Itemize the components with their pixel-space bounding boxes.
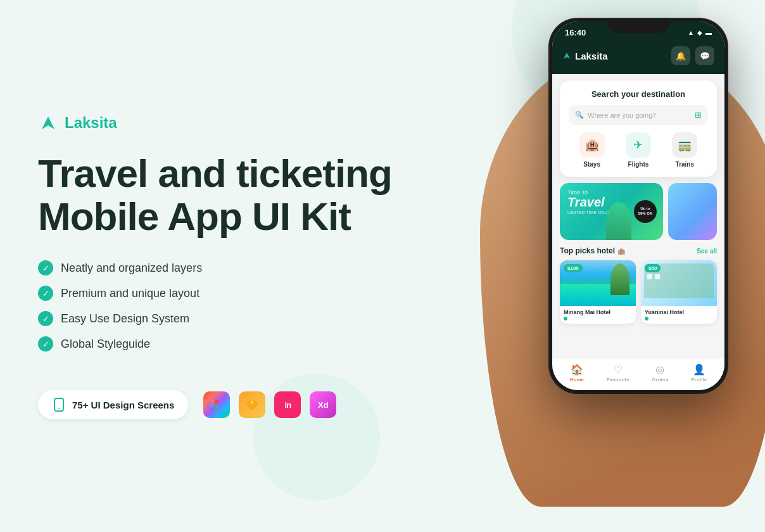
see-all-link[interactable]: See all — [697, 248, 717, 255]
phone-notch — [607, 19, 670, 33]
screens-badge: 75+ UI Design Screens — [38, 390, 188, 419]
battery-icon: ▬ — [705, 29, 712, 36]
hotels-section: Top picks hotel 🏨 See all $100 — [552, 240, 724, 324]
hotel-rating-1 — [564, 317, 632, 320]
fav-nav-icon: ♡ — [614, 364, 623, 376]
window-4 — [655, 274, 660, 279]
wifi-icon: ▲ — [688, 29, 694, 36]
stays-label: Stays — [583, 161, 600, 168]
nav-item-favourite[interactable]: ♡ Favourite — [607, 364, 629, 383]
logo-text: Laksita — [65, 114, 117, 132]
mobile-icon — [52, 398, 66, 412]
app-header: Laksita 🔔 💬 — [552, 41, 724, 74]
feature-label-1: Neatly and organized layers — [61, 262, 202, 275]
check-icon-1: ✓ — [38, 260, 53, 276]
feature-item-3: ✓ Easy Use Design System — [38, 311, 418, 326]
bottom-nav: 🏠 Home ♡ Favourite ◎ Orders 👤 Profile — [552, 358, 724, 390]
hotel-img-2: $50 — [641, 260, 717, 306]
filter-icon[interactable]: ⊞ — [695, 110, 702, 120]
banner-area: Time To Travel LIMITED TIME ONLY Up to59… — [560, 183, 717, 240]
hotel-price-1: $100 — [564, 264, 583, 272]
search-input[interactable]: Where are you going? — [588, 111, 691, 119]
tool-icons: in Xd — [203, 391, 336, 418]
stays-icon-box: 🏨 — [579, 132, 605, 158]
hotel-title-icon: 🏨 — [617, 248, 625, 255]
feature-label-4: Global Styleguide — [61, 338, 150, 351]
home-nav-icon: 🏠 — [571, 364, 583, 376]
features-list: ✓ Neatly and organized layers ✓ Premium … — [38, 260, 418, 362]
feature-item-4: ✓ Global Styleguide — [38, 336, 418, 352]
hotel-price-2: $50 — [645, 264, 661, 272]
search-input-icon: 🔍 — [575, 111, 584, 119]
profile-nav-label: Profile — [691, 377, 707, 383]
banner-badge: Up to59% Off — [634, 200, 657, 223]
hotels-row: $100 Minang Mai Hotel — [560, 260, 717, 324]
check-icon-3: ✓ — [38, 311, 53, 326]
logo-area: Laksita — [38, 113, 418, 133]
right-panel: 16:40 ▲ ◆ ▬ Laksita 🔔 💬 — [398, 0, 765, 532]
hotels-title-text: Top picks hotel — [560, 246, 615, 255]
bottom-bar: 75+ UI Design Screens — [38, 390, 418, 419]
hotels-title: Top picks hotel 🏨 — [560, 246, 625, 255]
hotel-img-1: $100 — [560, 260, 636, 306]
pool-tree — [610, 263, 629, 295]
logo-icon — [38, 113, 58, 133]
app-brand: Laksita — [562, 51, 608, 61]
invision-icon: in — [274, 391, 301, 418]
rating-dot-2 — [645, 317, 648, 320]
hotel-card-2[interactable]: $50 Yusninai Hotel — [641, 260, 717, 324]
check-icon-2: ✓ — [38, 286, 53, 301]
phone-mockup: 16:40 ▲ ◆ ▬ Laksita 🔔 💬 — [550, 19, 727, 393]
signal-icon: ◆ — [697, 29, 702, 36]
header-action-icons: 🔔 💬 — [671, 46, 714, 65]
home-nav-label: Home — [570, 377, 584, 383]
feature-item-1: ✓ Neatly and organized layers — [38, 260, 418, 276]
figma-icon — [203, 391, 230, 418]
headline-line1: Travel and ticketing — [38, 151, 392, 195]
fav-nav-label: Favourite — [607, 377, 629, 383]
category-stays[interactable]: 🏨 Stays — [579, 132, 605, 168]
chat-button[interactable]: 💬 — [695, 46, 714, 65]
category-flights[interactable]: ✈ Flights — [626, 132, 651, 168]
categories: 🏨 Stays ✈ Flights 🚃 Trains — [569, 132, 708, 168]
check-icon-4: ✓ — [38, 336, 53, 352]
svg-rect-1 — [58, 408, 60, 409]
hotel-name-1: Minang Mai Hotel — [564, 309, 632, 315]
status-time: 16:40 — [565, 28, 586, 37]
rating-dot-1 — [564, 317, 567, 320]
screens-count: 75+ UI Design Screens — [72, 400, 174, 410]
app-name: Laksita — [575, 51, 608, 61]
window-3 — [647, 274, 652, 279]
bell-button[interactable]: 🔔 — [671, 46, 690, 65]
sketch-icon — [239, 391, 265, 418]
trains-label: Trains — [676, 161, 694, 168]
nav-item-orders[interactable]: ◎ Orders — [652, 364, 668, 383]
feature-item-2: ✓ Premium and unique layout — [38, 286, 418, 301]
banner-tree — [606, 202, 631, 240]
banner-badge-text: Up to59% Off — [638, 206, 652, 217]
banner-secondary-bg — [668, 183, 717, 240]
nav-item-home[interactable]: 🏠 Home — [570, 364, 584, 383]
banner-main[interactable]: Time To Travel LIMITED TIME ONLY Up to59… — [560, 183, 663, 240]
category-trains[interactable]: 🚃 Trains — [672, 132, 697, 168]
hotel-rating-2 — [645, 317, 713, 320]
orders-nav-label: Orders — [652, 377, 668, 383]
phone-screen: 16:40 ▲ ◆ ▬ Laksita 🔔 💬 — [552, 22, 724, 390]
search-card-title: Search your destination — [569, 89, 708, 99]
headline: Travel and ticketing Mobile App UI Kit — [38, 152, 418, 238]
trains-icon-box: 🚃 — [672, 132, 697, 158]
headline-line2: Mobile App UI Kit — [38, 194, 351, 238]
hotel-info-2: Yusninai Hotel — [641, 306, 717, 324]
orders-nav-icon: ◎ — [655, 364, 664, 376]
flights-icon-box: ✈ — [626, 132, 651, 158]
banner-secondary[interactable] — [668, 183, 717, 240]
xd-icon: Xd — [310, 391, 336, 418]
nav-item-profile[interactable]: 👤 Profile — [691, 364, 707, 383]
search-input-row[interactable]: 🔍 Where are you going? ⊞ — [569, 105, 708, 125]
hotel-card-1[interactable]: $100 Minang Mai Hotel — [560, 260, 636, 324]
flights-label: Flights — [628, 161, 649, 168]
left-panel: Laksita Travel and ticketing Mobile App … — [38, 0, 418, 532]
hotel-info-1: Minang Mai Hotel — [560, 306, 636, 324]
hotel-name-2: Yusninai Hotel — [645, 309, 713, 315]
feature-label-3: Easy Use Design System — [61, 312, 189, 326]
